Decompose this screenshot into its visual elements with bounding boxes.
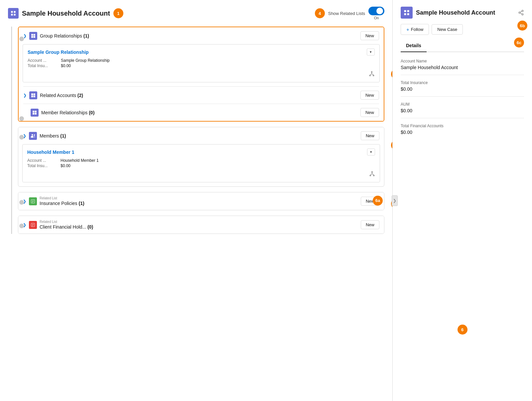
group-relationship-fields: Account ... Sample Group Relationship To… [28,58,375,68]
member-relationships-header: Member Relationships (0) New [19,104,384,121]
timeline-dot-members [19,135,24,140]
members-section: ❯ Members (1) [18,127,384,187]
hierarchy-icon-1[interactable] [369,71,375,78]
svg-point-25 [370,175,371,176]
share-icon [518,10,524,16]
client-financial-icon [29,221,37,229]
right-panel: Sample Household Account + Follow New Ca… [392,0,532,401]
insurance-policies-card: ❯ Related List [18,192,384,210]
related-list-container: ❯ Group R [8,27,384,234]
new-member-button[interactable]: New [361,131,379,140]
group-relationships-header: ❯ Group R [19,27,384,44]
total-insurance-field: Total Insurance $0.00 [401,80,524,97]
svg-point-9 [369,75,370,76]
svg-line-45 [520,13,522,14]
client-financial-card: ❯ Related List [18,216,384,234]
total-financial-accounts-field: Total Financial Accounts $0.00 [401,124,524,140]
svg-rect-30 [31,199,35,203]
group-relationships-section: ❯ Group R [19,27,384,82]
new-case-button[interactable]: New Case [432,24,463,35]
group-relationships-icon [29,32,37,40]
svg-line-46 [520,11,522,12]
group-relationship-dropdown[interactable]: ▾ [367,49,375,55]
hierarchy-icon-member[interactable] [369,171,375,178]
right-panel-building-icon [401,7,413,19]
svg-line-13 [372,74,373,75]
svg-rect-7 [34,36,35,38]
insurance-policies-header: ❯ Related List [18,192,384,210]
client-financial-header-left: ❯ Related List [23,220,93,230]
member-1-footer [27,171,375,178]
svg-rect-2 [11,14,13,16]
members-card: ❯ Members (1) [18,127,384,187]
highlighted-section: ❯ Group R [18,27,384,122]
timeline-dot-financial [19,224,24,228]
new-member-relationship-button[interactable]: New [360,108,379,117]
new-group-relationship-button[interactable]: New [360,31,379,40]
total-financial-accounts-label: Total Financial Accounts [401,124,524,128]
insurance-policies-section: ❯ Related List [18,192,384,210]
svg-point-43 [519,12,520,14]
page-header: Sample Household Account 1 4 Show Relate… [8,7,384,20]
svg-rect-6 [31,36,33,38]
account-name-label: Account Name [401,59,524,63]
member-item-1: Household Member 1 ▾ Account ... Househo… [22,144,380,182]
svg-rect-20 [33,113,34,114]
toggle-thumb [376,8,383,14]
new-client-financial-button[interactable]: New [361,220,379,229]
svg-rect-21 [35,113,37,114]
right-panel-title-group: Sample Household Account [401,7,495,19]
building-icon [8,8,19,19]
insurance-policies-icon [29,197,37,205]
svg-rect-40 [404,13,406,15]
financial-sublabel: Related List [40,220,93,224]
svg-point-22 [32,134,33,136]
svg-line-28 [370,174,372,175]
timeline-dot-2 [19,116,24,121]
panel-splitter[interactable]: ❯ [392,195,398,206]
member-1-fields: Account ... Household Member 1 Total Ins… [27,158,375,168]
group-relationships-title: Group Relationships (1) [40,33,89,39]
svg-rect-19 [35,111,37,112]
client-financial-section: ❯ Related List [18,216,384,234]
svg-line-12 [370,74,372,75]
svg-point-23 [34,134,35,136]
member-1-link[interactable]: Household Member 1 [27,150,74,155]
members-header-left: ❯ Members (1) [23,132,66,140]
show-related-toggle-group: 4 Show Related Lists On [315,7,384,20]
account-name-field: Account Name Sample Household Account [401,59,524,75]
chevron-down-group-relationships[interactable]: ❯ [23,34,27,38]
chevron-right-related-accounts[interactable]: ❯ [23,93,27,98]
member-relationships-header-left: Member Relationships (0) [23,109,94,117]
tab-details[interactable]: Details [401,40,427,52]
total-financial-accounts-value: $0.00 [401,130,524,135]
insurance-policies-header-left: ❯ Related List [23,196,84,206]
page-title: Sample Household Account [22,10,110,17]
new-related-account-button[interactable]: New [360,91,379,100]
details-section: Account Name Sample Household Account To… [401,59,524,140]
group-relationship-link[interactable]: Sample Group Relationship [28,50,89,55]
left-panel: Sample Household Account 1 4 Show Relate… [0,0,392,401]
svg-rect-18 [33,111,34,112]
member-relationships-icon [31,109,39,117]
svg-rect-38 [404,10,406,12]
svg-rect-39 [407,10,409,12]
members-header: ❯ Members (1) [18,127,384,144]
svg-point-10 [373,75,374,76]
member-relationships-section: Member Relationships (0) New [19,104,384,121]
svg-point-44 [522,14,523,15]
members-title: Members (1) [40,133,66,139]
badge-4: 4 [315,8,325,18]
member-1-dropdown[interactable]: ▾ [367,149,375,155]
svg-rect-5 [34,34,35,36]
total-insurance-label: Total Insurance [401,80,524,85]
show-related-toggle[interactable] [368,7,384,15]
insurance-policies-title: Related List Insurance Policies (1) [40,196,84,206]
client-financial-title: Related List Client Financial Hold... (0… [40,220,93,230]
svg-rect-41 [407,13,409,15]
insurance-sublabel: Related List [40,196,84,200]
badge-6: 6 [458,325,467,335]
related-accounts-header: ❯ Related [19,87,384,104]
follow-button[interactable]: + Follow [401,24,429,35]
client-financial-header: ❯ Related List [18,216,384,234]
